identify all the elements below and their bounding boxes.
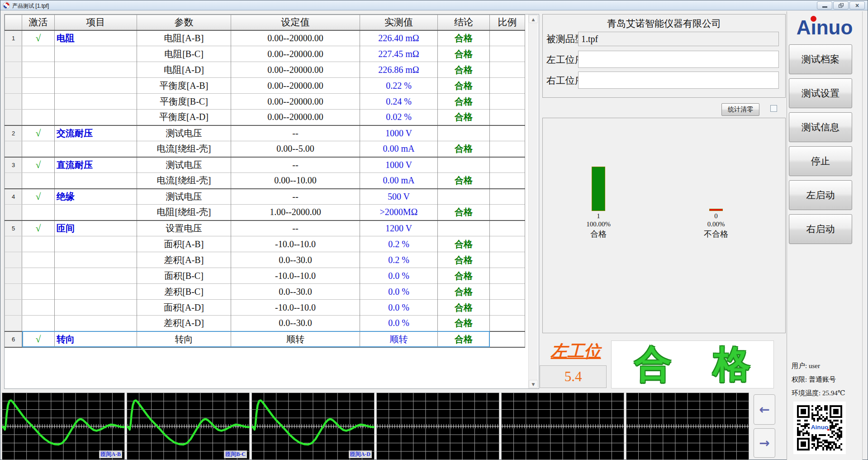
measured-value-cell[interactable]: 0.2 % [360,252,438,268]
sidebar-button-6[interactable]: 右启动 [789,214,852,244]
set-value-cell[interactable]: 0.0--30.0 [231,284,360,300]
activate-cell[interactable] [22,110,55,125]
measured-value-cell[interactable]: 0.24 % [360,94,438,110]
measured-value-cell[interactable]: 0.0 % [360,268,438,284]
ratio-cell[interactable] [490,62,525,78]
ratio-cell[interactable] [490,331,525,347]
row-number-cell[interactable]: 2 [5,125,22,141]
left-serial-input[interactable] [578,51,779,68]
activate-check-icon[interactable]: √ [22,189,55,205]
set-value-cell[interactable]: 0.00--20000.00 [231,62,360,78]
param-cell[interactable]: 设置电压 [137,220,231,236]
param-cell[interactable]: 面积[B-C] [137,268,231,284]
param-cell[interactable]: 电流[绕组-壳] [137,173,231,189]
activate-check-icon[interactable]: √ [22,30,55,46]
set-value-cell[interactable]: 0.00--20000.00 [231,110,360,125]
sidebar-button-5[interactable]: 左启动 [789,180,852,210]
row-number-cell[interactable] [5,268,22,284]
result-cell[interactable]: 合格 [438,205,490,220]
ratio-cell[interactable] [490,125,525,141]
item-cell[interactable] [55,94,137,110]
set-value-cell[interactable]: -10.0--10.0 [231,236,360,252]
param-cell[interactable]: 测试电压 [137,189,231,205]
set-value-cell[interactable]: 0.00--20000.00 [231,46,360,62]
item-cell[interactable]: 交流耐压 [55,125,137,141]
right-serial-input[interactable] [578,72,779,89]
row-number-cell[interactable]: 5 [5,220,22,236]
activate-cell[interactable] [22,141,55,157]
item-cell[interactable] [55,284,137,300]
wave-scroll-left-button[interactable]: ← [754,394,775,425]
item-cell[interactable] [55,173,137,189]
row-number-cell[interactable] [5,94,22,110]
measured-value-cell[interactable]: 0.0 % [360,284,438,300]
row-number-cell[interactable]: 4 [5,189,22,205]
param-cell[interactable]: 电阻[绕组-壳] [137,205,231,220]
ratio-cell[interactable] [490,110,525,125]
ratio-cell[interactable] [490,46,525,62]
result-cell[interactable]: 合格 [438,62,490,78]
row-number-cell[interactable] [5,78,22,94]
activate-cell[interactable] [22,300,55,316]
param-cell[interactable]: 测试电压 [137,125,231,141]
result-cell[interactable] [438,220,490,236]
result-cell[interactable]: 合格 [438,141,490,157]
model-input[interactable] [578,32,779,46]
row-number-cell[interactable] [5,205,22,220]
set-value-cell[interactable]: -10.0--10.0 [231,268,360,284]
result-cell[interactable] [438,157,490,173]
measured-value-cell[interactable]: 0.0 % [360,316,438,331]
param-cell[interactable]: 差积[B-C] [137,284,231,300]
set-value-cell[interactable]: 1.00--2000.00 [231,205,360,220]
result-cell[interactable]: 合格 [438,173,490,189]
set-value-cell[interactable]: 0.0--30.0 [231,252,360,268]
set-value-cell[interactable]: 0.00--20000.00 [231,78,360,94]
ratio-cell[interactable] [490,268,525,284]
param-cell[interactable]: 电阻[A-B] [137,30,231,46]
activate-cell[interactable] [22,62,55,78]
sidebar-button-2[interactable]: 测试设置 [789,78,852,108]
row-number-cell[interactable]: 1 [5,30,22,46]
result-cell[interactable]: 合格 [438,331,490,347]
param-cell[interactable]: 电阻[B-C] [137,46,231,62]
set-value-cell[interactable]: -- [231,157,360,173]
param-cell[interactable]: 电阻[A-D] [137,62,231,78]
item-cell[interactable] [55,300,137,316]
scroll-down-arrow[interactable]: ▼ [529,380,538,388]
param-cell[interactable]: 转向 [137,331,231,347]
set-value-cell[interactable]: 0.00--10.00 [231,173,360,189]
set-value-cell[interactable]: -10.0--10.0 [231,300,360,316]
result-cell[interactable]: 合格 [438,236,490,252]
activate-check-icon[interactable]: √ [22,220,55,236]
set-value-cell[interactable]: -- [231,189,360,205]
set-value-cell[interactable]: 顺转 [231,331,360,347]
row-number-cell[interactable] [5,46,22,62]
param-cell[interactable]: 平衡度[A-B] [137,78,231,94]
row-number-cell[interactable] [5,252,22,268]
ratio-cell[interactable] [490,316,525,331]
activate-cell[interactable] [22,78,55,94]
measured-value-cell[interactable]: 500 V [360,189,438,205]
ratio-cell[interactable] [490,205,525,220]
row-number-cell[interactable]: 3 [5,157,22,173]
measured-value-cell[interactable]: 0.00 mA [360,141,438,157]
result-cell[interactable]: 合格 [438,46,490,62]
activate-cell[interactable] [22,173,55,189]
set-value-cell[interactable]: 0.0--30.0 [231,316,360,331]
row-number-cell[interactable] [5,62,22,78]
activate-cell[interactable] [22,252,55,268]
param-cell[interactable]: 测试电压 [137,157,231,173]
result-cell[interactable]: 合格 [438,110,490,125]
clear-statistics-button[interactable]: 统计清零 [721,103,759,116]
measured-value-cell[interactable]: >2000MΩ [360,205,438,220]
measured-value-cell[interactable]: 0.0 % [360,300,438,316]
param-cell[interactable]: 平衡度[A-D] [137,110,231,125]
measured-value-cell[interactable]: 226.40 mΩ [360,30,438,46]
param-cell[interactable]: 面积[A-B] [137,236,231,252]
item-cell[interactable] [55,316,137,331]
row-number-cell[interactable] [5,284,22,300]
close-button[interactable]: × [849,1,865,10]
item-cell[interactable] [55,252,137,268]
set-value-cell[interactable]: 0.00--20000.00 [231,94,360,110]
measured-value-cell[interactable]: 0.2 % [360,236,438,252]
